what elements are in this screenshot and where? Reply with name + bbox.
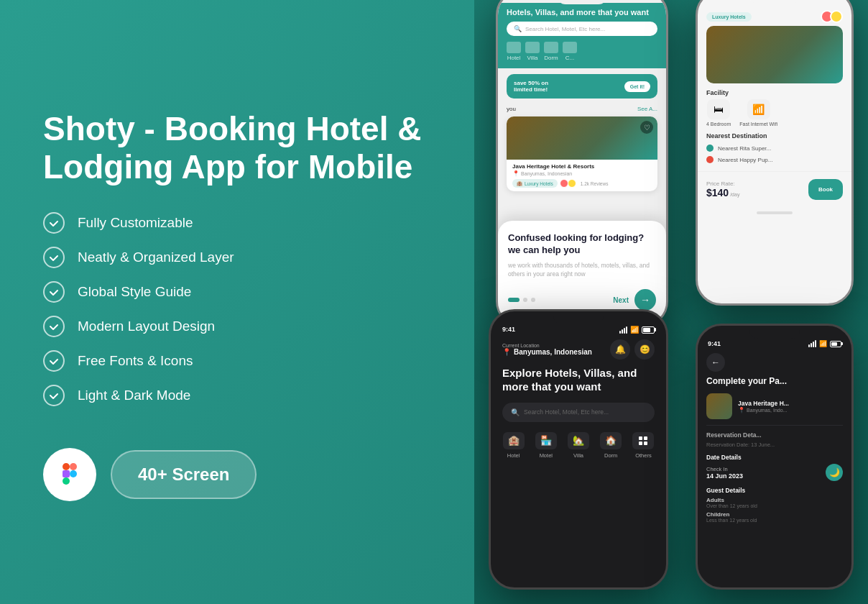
br-hotel-row: Java Heritage H... 📍 Banyumas, Indo... <box>698 390 851 422</box>
feature-label-3: Global Style Guide <box>78 284 191 300</box>
bl-tab-dorm[interactable]: 🏠 Dorm <box>596 432 627 459</box>
br-checkin-group: Check In 14 Jun 2023 <box>706 466 743 480</box>
tl-hotel-card: ♡ Java Heritage Hotel & Resorts 📍 Banyum… <box>507 116 657 191</box>
bl-location-group: Current Location 📍 Banyumas, Indonesian <box>502 343 592 356</box>
svg-rect-1 <box>70 463 77 470</box>
tr-wifi-label: Fast Internet Wifi <box>739 122 777 127</box>
br-adults-row: Adults Over than 12 years old <box>698 495 851 510</box>
tl-avatars <box>562 179 576 188</box>
br-wifi-icon: 📶 <box>819 340 827 347</box>
tr-price-group: Price Rate: $140 /day <box>706 180 739 198</box>
tr-price-section: Price Rate: $140 /day Book <box>698 171 851 207</box>
phones-container: Hotels, Villas, and more that you want 🔍… <box>474 0 868 604</box>
tr-avatar-2 <box>830 10 843 23</box>
bottom-row: 40+ Screen <box>43 448 431 501</box>
bl-profile-icon[interactable]: 😊 <box>634 339 655 360</box>
tl-luxury-tag: 🏨 Luxury Hotels <box>512 179 558 188</box>
tl-dots <box>508 298 535 302</box>
br-date-section: Date Details <box>698 449 851 462</box>
tr-facility-wifi: 📶 Fast Internet Wifi <box>739 99 777 127</box>
tl-hotel-tags: 🏨 Luxury Hotels 1.2k Reviews <box>512 179 652 188</box>
phone-bottom-right: 9:41 📶 ← <box>696 324 854 590</box>
phone-notch-br <box>749 326 800 339</box>
tl-onboarding-desc: we work with thousands of hotels, motels… <box>508 261 656 280</box>
tr-facility-title: Facility <box>698 83 851 99</box>
bl-tab-hotel[interactable]: 🏨 Hotel <box>498 432 529 459</box>
tl-hotel-info: Java Heritage Hotel & Resorts 📍 Banyumas… <box>507 160 657 191</box>
tl-tab-villa[interactable]: Villa <box>525 42 540 61</box>
phone-notch-tl <box>557 0 607 4</box>
feature-item-5: Free Fonts & Icons <box>43 350 431 372</box>
br-back-btn[interactable]: ← <box>706 353 725 372</box>
tl-hotel-fav[interactable]: ♡ <box>640 121 653 134</box>
br-divider-1 <box>706 425 843 426</box>
bl-search-bar[interactable]: 🔍 Search Hotel, Motel, Etc here... <box>502 403 655 422</box>
br-reservation-section: Reservation Deta... <box>698 429 851 440</box>
bl-status-icons: 📶 <box>619 326 655 334</box>
tr-bed-label: 4 Bedroom <box>706 122 731 127</box>
svg-rect-4 <box>63 477 70 485</box>
bl-search-icon: 🔍 <box>511 408 520 416</box>
tl-next-row: Next → <box>613 289 656 311</box>
tl-see-all[interactable]: See A... <box>637 106 657 112</box>
tr-nearest-1: Nearest Rita Super... <box>698 142 851 154</box>
br-adults-label: Adults <box>706 497 843 503</box>
tr-bed-icon: 🛏 <box>707 99 730 119</box>
tl-header: Hotels, Villas, and more that you want 🔍… <box>498 3 666 68</box>
feature-item-3: Global Style Guide <box>43 281 431 303</box>
tl-promo-btn[interactable]: Get it! <box>624 81 650 92</box>
br-hotel-name: Java Heritage H... <box>738 400 789 407</box>
bl-tabs-row: 🏨 Hotel 🏪 Motel 🏡 Villa 🏠 Dorm <box>491 426 666 465</box>
br-battery-icon <box>830 341 841 347</box>
br-status-icons: 📶 <box>808 340 841 347</box>
feature-item-4: Modern Layout Design <box>43 316 431 337</box>
bl-location-value: 📍 Banyumas, Indonesian <box>502 348 592 356</box>
tl-dot-2 <box>531 298 535 302</box>
bl-hotel-icon: 🏨 <box>503 432 525 449</box>
feature-label-4: Modern Layout Design <box>78 319 215 334</box>
tl-dot-active <box>508 298 520 302</box>
tr-avatars <box>821 10 843 23</box>
tl-promo-text: save 50% on limited time! <box>514 80 548 93</box>
tl-next-btn[interactable]: → <box>634 289 656 311</box>
bl-bell-icon[interactable]: 🔔 <box>610 339 630 360</box>
check-icon-2 <box>43 247 65 268</box>
tr-nearest-dot-1 <box>706 145 714 152</box>
bl-tab-others[interactable]: Others <box>628 432 659 459</box>
main-title: Shoty - Booking Hotel & Lodging App for … <box>43 110 431 186</box>
feature-label-1: Fully Customizable <box>78 215 193 231</box>
phone-bottom-left: 9:41 📶 <box>489 309 668 590</box>
phone-notch-bl <box>553 311 604 324</box>
tl-for-you: you <box>507 106 516 112</box>
tl-tabs: Hotel Villa Dorm C... <box>507 42 657 61</box>
svg-rect-0 <box>63 463 70 470</box>
tr-nearest-label-1: Nearest Rita Super... <box>718 145 771 152</box>
left-panel: Shoty - Booking Hotel & Lodging App for … <box>0 0 474 604</box>
bl-time: 9:41 <box>502 326 515 334</box>
br-signal-icon <box>808 340 816 347</box>
tr-facility-bed: 🛏 4 Bedroom <box>706 99 731 127</box>
tl-search[interactable]: 🔍 Search Hotel, Motel, Etc here... <box>507 22 657 36</box>
feature-label-2: Neatly & Organized Layer <box>78 250 234 265</box>
br-checkin-value: 14 Jun 2023 <box>706 472 743 480</box>
br-reservation-date: Reservation Date: 13 June... <box>698 440 851 449</box>
tl-tab-other[interactable]: C... <box>563 42 577 61</box>
tr-book-btn[interactable]: Book <box>808 179 843 200</box>
tl-tab-dorm[interactable]: Dorm <box>544 42 558 61</box>
bl-tab-villa[interactable]: 🏡 Villa <box>563 432 594 459</box>
bl-tab-motel[interactable]: 🏪 Motel <box>530 432 561 459</box>
tl-onboarding-title: Confused looking for lodging? we can hel… <box>508 232 656 257</box>
tl-onboarding-footer: Next → <box>508 289 656 311</box>
br-page-title: Complete your Pa... <box>698 375 851 390</box>
tl-promo-banner: save 50% on limited time! Get it! <box>507 74 657 99</box>
br-children-desc: Less than 12 years old <box>706 518 843 523</box>
bl-battery-icon <box>642 326 655 334</box>
tr-nearest-label-2: Nearest Happy Pup... <box>718 157 772 163</box>
tr-header-row: Luxury Hotels <box>698 4 851 26</box>
br-children-label: Children <box>706 511 843 518</box>
feature-label-6: Light & Dark Mode <box>78 388 190 403</box>
tr-home-indicator <box>757 211 793 214</box>
br-hotel-thumb <box>706 393 732 419</box>
tl-tab-hotel[interactable]: Hotel <box>507 42 521 61</box>
svg-rect-2 <box>63 470 70 477</box>
